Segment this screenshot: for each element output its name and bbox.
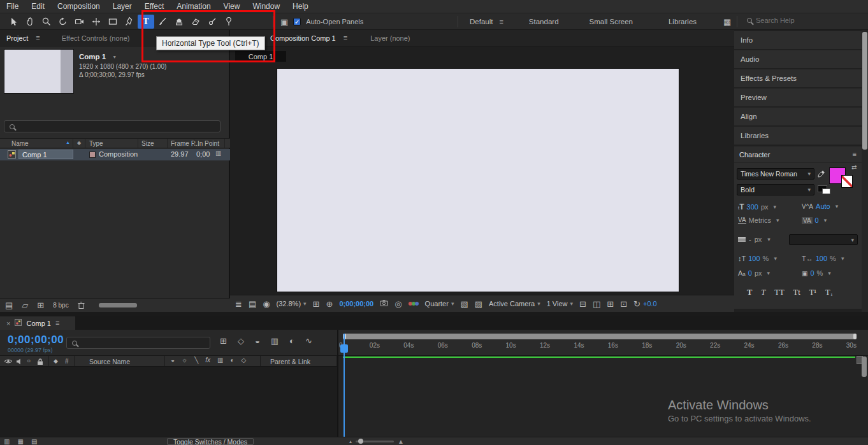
graph-editor-icon[interactable]: ∿: [305, 337, 312, 345]
show-snapshot-icon[interactable]: ◎: [394, 300, 401, 308]
grid-guides-icon[interactable]: ⊞: [313, 300, 320, 308]
right-scrollbar-thumb[interactable]: [862, 32, 867, 150]
workspace-small-screen[interactable]: Small Screen: [590, 18, 633, 25]
column-type[interactable]: Type: [89, 140, 103, 147]
timeline-panel-menu-icon[interactable]: ≡: [55, 320, 59, 327]
eraser-tool-button[interactable]: [187, 15, 204, 29]
hide-shy-layers-icon[interactable]: ◒: [255, 337, 260, 345]
menu-window[interactable]: Window: [246, 0, 286, 13]
menu-view[interactable]: View: [217, 0, 247, 13]
timeline-search-input[interactable]: [81, 339, 196, 347]
tracking-label[interactable]: Metrics: [749, 216, 771, 224]
solo-icon[interactable]: ○: [27, 358, 31, 364]
puppet-pin-tool-button[interactable]: [221, 15, 237, 29]
motion-blur-icon[interactable]: ◐: [289, 337, 294, 345]
rotation-tool-button[interactable]: [55, 15, 71, 29]
project-panel-menu-icon[interactable]: ≡: [36, 34, 40, 41]
audio-speaker-icon[interactable]: [16, 358, 23, 366]
workspace-standard[interactable]: Standard: [529, 18, 559, 25]
timeline-zoom-slider-thumb[interactable]: [358, 439, 363, 444]
font-family-select[interactable]: Times New Roman ▾: [737, 168, 814, 180]
panel-align[interactable]: Align: [734, 108, 868, 125]
composition-panel-menu-icon[interactable]: ≡: [344, 34, 347, 41]
panel-info[interactable]: Info: [734, 31, 868, 49]
faux-italic-toggle[interactable]: T: [761, 288, 765, 297]
composition-viewport[interactable]: [277, 69, 679, 292]
label-column-icon[interactable]: ◆: [77, 140, 81, 146]
time-navigator-bar[interactable]: [343, 334, 857, 339]
timeline-vertical-scrollbar-thumb[interactable]: [862, 357, 867, 377]
timeline-timecode[interactable]: 0;00;00;00: [8, 334, 64, 346]
eyedropper-icon[interactable]: [818, 169, 826, 179]
navigator-end-handle[interactable]: [853, 334, 857, 339]
composition-viewer-tab[interactable]: Comp 1: [235, 51, 286, 62]
toggle-switches-modes-button[interactable]: Toggle Switches / Modes: [167, 438, 254, 445]
time-ruler[interactable]: 0s 02s 04s 06s 08s 10s 12s 14s 16s 18s 2…: [339, 342, 857, 349]
brush-tool-button[interactable]: [154, 15, 171, 29]
composition-timecode[interactable]: 0;00;00;00: [339, 300, 373, 307]
project-bpc-button[interactable]: 8 bpc: [53, 302, 68, 309]
kerning-value[interactable]: Auto: [816, 202, 830, 210]
region-of-interest-icon[interactable]: ▧: [460, 300, 468, 308]
sort-ascending-icon[interactable]: ▲: [66, 140, 70, 145]
tsume-value[interactable]: 0: [810, 269, 814, 277]
chevron-down-icon[interactable]: ▾: [776, 217, 779, 223]
workspace-menu-icon[interactable]: ≡: [499, 18, 503, 25]
panel-audio[interactable]: Audio: [734, 50, 868, 68]
comp-thumbnail[interactable]: [4, 49, 74, 94]
subscript-toggle[interactable]: T₁: [825, 288, 833, 297]
lock-icon[interactable]: [37, 358, 43, 367]
interpret-footage-icon[interactable]: ▤: [5, 301, 13, 309]
pen-tool-button[interactable]: [121, 15, 138, 29]
swap-fill-stroke-icon[interactable]: ⇄: [851, 164, 857, 171]
tracking-value[interactable]: 0: [815, 216, 819, 224]
timeline-zoom-slider[interactable]: [356, 441, 394, 442]
shape-tool-button[interactable]: [105, 15, 121, 29]
menu-effect[interactable]: Effect: [138, 0, 170, 13]
table-row[interactable]: Comp 1 Composition 29.97 0;00 ▥: [0, 149, 230, 160]
workspace-libraries[interactable]: Libraries: [669, 18, 697, 25]
camera-tool-button[interactable]: [71, 15, 88, 29]
tab-composition[interactable]: Composition Comp 1: [270, 34, 336, 42]
selected-item-name[interactable]: Comp 1: [79, 53, 106, 60]
horizontal-scale-value[interactable]: 100: [816, 255, 827, 262]
toggle-switches-pane-icon[interactable]: ▥: [4, 439, 10, 445]
roto-brush-tool-button[interactable]: [204, 15, 221, 29]
font-size-value[interactable]: 300: [747, 203, 758, 211]
stroke-style-select[interactable]: ▾: [789, 234, 858, 245]
vertical-scale-value[interactable]: 100: [748, 255, 760, 262]
flowchart-button-icon[interactable]: ⊡: [620, 300, 627, 308]
draft-3d-icon[interactable]: ◇: [238, 337, 244, 345]
always-preview-icon[interactable]: ≣: [235, 300, 242, 308]
exposure-control[interactable]: ↻ +0.0: [633, 300, 657, 308]
tab-project[interactable]: Project: [6, 34, 28, 42]
workspace-default[interactable]: Default: [470, 18, 493, 25]
menu-animation[interactable]: Animation: [170, 0, 217, 13]
parent-link-header[interactable]: Parent & Link: [270, 358, 310, 365]
resolution-dropdown[interactable]: Quarter ▾: [425, 300, 454, 307]
superscript-toggle[interactable]: T¹: [809, 288, 816, 297]
reset-exposure-icon[interactable]: ↻: [633, 300, 640, 308]
baseline-shift-value[interactable]: 0: [748, 269, 752, 277]
3d-layer-switch-icon[interactable]: ◇: [242, 357, 247, 364]
preview-eye-icon[interactable]: ◉: [263, 300, 270, 308]
font-style-select[interactable]: Bold ▾: [737, 184, 814, 195]
shy-switch-icon[interactable]: ◒: [171, 357, 175, 364]
column-size[interactable]: Size: [141, 140, 154, 147]
timeline-button-icon[interactable]: ⊞: [607, 300, 614, 308]
menu-layer[interactable]: Layer: [106, 0, 138, 13]
delete-item-icon[interactable]: [78, 301, 85, 310]
menu-file[interactable]: File: [0, 0, 25, 13]
tab-effect-controls[interactable]: Effect Controls (none): [62, 34, 130, 42]
new-composition-icon[interactable]: ⊞: [37, 301, 44, 309]
source-name-header[interactable]: Source Name: [89, 358, 130, 365]
transparency-grid-icon[interactable]: ▨: [475, 300, 482, 308]
mini-flowchart-icon[interactable]: ⊞: [220, 337, 227, 345]
pan-behind-tool-button[interactable]: [88, 15, 105, 29]
panel-effects-presets[interactable]: Effects & Presets: [734, 69, 868, 87]
selection-tool-button[interactable]: [5, 15, 22, 29]
toggle-transfer-controls-icon[interactable]: ▦: [17, 439, 23, 445]
motion-blur-switch-icon[interactable]: ◐: [230, 357, 234, 364]
pixel-aspect-icon[interactable]: ⊟: [579, 300, 586, 308]
layer-number-header[interactable]: #: [65, 358, 69, 365]
